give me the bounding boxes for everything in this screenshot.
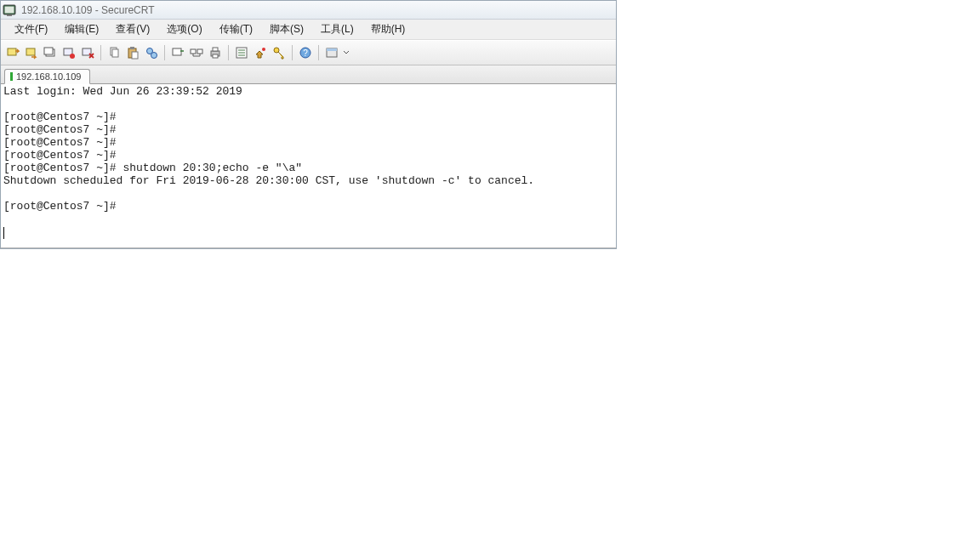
terminal-line: [root@Centos7 ~]# shutdown 20:30;echo -e… — [3, 162, 302, 174]
svg-point-8 — [70, 54, 75, 59]
menubar: 文件(F) 编辑(E) 查看(V) 选项(O) 传输(T) 脚本(S) 工具(L… — [1, 20, 616, 40]
menu-options[interactable]: 选项(O) — [158, 20, 210, 39]
svg-rect-13 — [130, 47, 134, 49]
svg-rect-22 — [213, 54, 218, 58]
new-session-icon[interactable] — [42, 44, 59, 61]
tabbar: 192.168.10.109 — [1, 65, 616, 84]
tab-active-indicator — [10, 72, 13, 81]
svg-rect-19 — [197, 49, 202, 54]
window-title: 192.168.10.109 - SecureCRT — [21, 4, 155, 16]
terminal-line: Last login: Wed Jun 26 23:39:52 2019 — [3, 85, 242, 98]
titlebar: 192.168.10.109 - SecureCRT — [1, 1, 616, 20]
app-icon — [3, 3, 16, 17]
svg-rect-17 — [173, 48, 181, 55]
svg-point-24 — [262, 48, 265, 51]
key-icon[interactable] — [271, 44, 288, 61]
session-tab[interactable]: 192.168.10.109 — [4, 69, 90, 84]
terminal-line: [root@Centos7 ~]# — [3, 111, 122, 123]
script-icon[interactable] — [252, 44, 269, 61]
svg-point-16 — [151, 53, 157, 59]
terminal-line: [root@Centos7 ~]# — [3, 123, 122, 136]
cancel-icon[interactable] — [79, 44, 96, 61]
toolbar-separator — [100, 45, 101, 60]
toolbar-separator — [292, 45, 293, 60]
menu-help[interactable]: 帮助(H) — [362, 20, 414, 39]
terminal-line: [root@Centos7 ~]# — [3, 200, 122, 213]
terminal[interactable]: Last login: Wed Jun 26 23:39:52 2019 [ro… — [1, 84, 616, 248]
disconnect-icon[interactable] — [60, 44, 77, 61]
svg-rect-3 — [8, 48, 16, 55]
toolbar-separator — [228, 45, 229, 60]
svg-rect-6 — [44, 48, 53, 54]
svg-rect-11 — [112, 49, 118, 57]
print-icon[interactable] — [207, 44, 224, 61]
svg-rect-1 — [5, 6, 14, 13]
cursor — [3, 227, 4, 239]
svg-rect-21 — [213, 48, 218, 51]
tab-label: 192.168.10.109 — [16, 71, 81, 82]
svg-rect-18 — [191, 49, 196, 54]
menu-transfer[interactable]: 传输(T) — [211, 20, 261, 39]
reconnect-icon[interactable] — [23, 44, 40, 61]
find-icon[interactable] — [143, 44, 160, 61]
settings-icon[interactable] — [233, 44, 250, 61]
toolbar: ? — [1, 40, 616, 65]
menu-view[interactable]: 查看(V) — [107, 20, 158, 39]
toolbar-separator — [164, 45, 165, 60]
menu-file[interactable]: 文件(F) — [6, 20, 56, 39]
menu-tools[interactable]: 工具(L) — [312, 20, 362, 39]
view-icon[interactable] — [323, 44, 340, 61]
sessions-icon[interactable] — [169, 44, 186, 61]
app-window: 192.168.10.109 - SecureCRT 文件(F) 编辑(E) 查… — [0, 0, 617, 249]
svg-rect-14 — [132, 52, 138, 59]
terminal-line: [root@Centos7 ~]# — [3, 149, 122, 162]
svg-text:?: ? — [303, 48, 308, 58]
svg-rect-2 — [7, 14, 12, 16]
svg-rect-4 — [26, 48, 35, 55]
dropdown-icon[interactable] — [342, 44, 350, 61]
toolbar-separator — [318, 45, 319, 60]
quick-connect-icon[interactable] — [4, 44, 21, 61]
hosts-icon[interactable] — [188, 44, 205, 61]
terminal-line: [root@Centos7 ~]# — [3, 136, 122, 149]
svg-rect-29 — [327, 48, 337, 51]
copy-icon[interactable] — [105, 44, 122, 61]
paste-icon[interactable] — [124, 44, 141, 61]
menu-edit[interactable]: 编辑(E) — [56, 20, 107, 39]
help-icon[interactable]: ? — [297, 44, 314, 61]
menu-script[interactable]: 脚本(S) — [261, 20, 312, 39]
terminal-line: Shutdown scheduled for Fri 2019-06-28 20… — [3, 174, 534, 187]
